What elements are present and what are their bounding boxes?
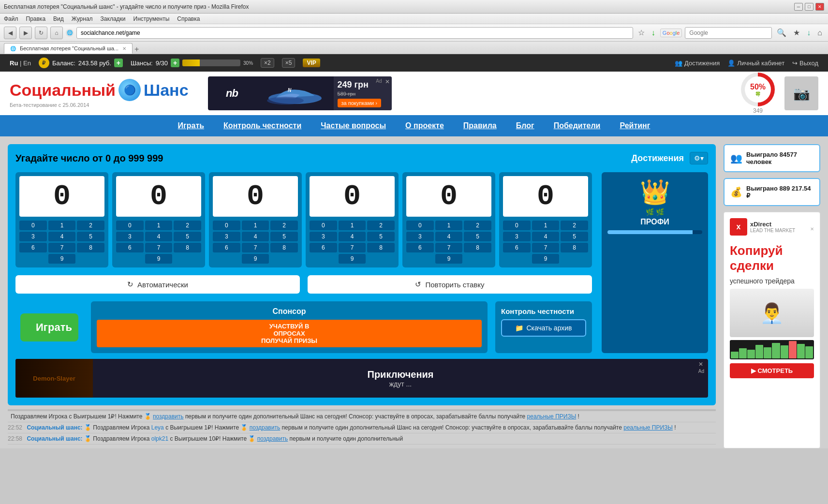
header-ad[interactable]: ✕ nb N 249 грн 589 грн за покупками › Ad [208,76,392,110]
digit-btn-2-5[interactable]: 2 [464,221,491,230]
digit-btn-7-6[interactable]: 7 [532,243,560,252]
digit-btn-0-5[interactable]: 0 [406,221,434,230]
feed-congrat-link-2[interactable]: поздравить [250,424,280,431]
refresh-small-icon[interactable]: ↓ [650,28,657,38]
digit-btn-8-5[interactable]: 8 [464,243,491,252]
digit-btn-3-6[interactable]: 3 [503,232,531,241]
back-button[interactable]: ◀ [4,27,16,39]
cabinet-link[interactable]: 👤 Личный кабинет [727,59,784,67]
digit-btn-4-6[interactable]: 4 [532,232,560,241]
mult5-button[interactable]: ×5 [282,58,296,68]
digit-btn-4-5[interactable]: 4 [435,232,463,241]
nav-winners[interactable]: Победители [554,121,601,130]
add-chances-button[interactable]: + [171,59,179,67]
digit-btn-2-6[interactable]: 2 [561,221,588,230]
header-ad-close-button[interactable]: ✕ [385,78,390,85]
nav-about[interactable]: О проекте [405,121,444,130]
digit-btn-6-4[interactable]: 6 [310,243,337,252]
digit-btn-7-4[interactable]: 7 [339,243,366,252]
feed-prizes-link-1[interactable]: реальные ПРИЗЫ [527,413,577,420]
digit-btn-0-1[interactable]: 0 [19,221,47,230]
vip-button[interactable]: VIP [303,59,320,67]
digit-btn-0-6[interactable]: 0 [503,221,531,230]
digit-btn-6-6[interactable]: 6 [503,243,531,252]
digit-btn-6-2[interactable]: 6 [116,243,144,252]
menu-bookmarks[interactable]: Закладки [101,15,126,22]
digit-btn-7-5[interactable]: 7 [435,243,463,252]
maximize-button[interactable]: □ [805,3,813,11]
digit-btn-1-4[interactable]: 1 [339,221,366,230]
bookmark-list-icon[interactable]: ★ [791,27,802,38]
new-tab-button[interactable]: + [134,45,139,54]
digit-btn-9-4[interactable]: 9 [339,254,366,264]
digit-btn-9-6[interactable]: 9 [532,254,560,264]
digit-btn-6-1[interactable]: 6 [19,243,47,252]
digit-btn-8-3[interactable]: 8 [270,243,298,252]
xdirect-watch-button[interactable]: ▶ СМОТРЕТЬ [730,363,814,378]
feed-congrat-link-3[interactable]: поздравить [257,435,288,442]
lang-en[interactable]: En [23,59,31,67]
play-button[interactable]: Играть [20,313,78,341]
digit-btn-5-5[interactable]: 5 [464,232,491,241]
digit-btn-8-4[interactable]: 8 [367,243,395,252]
menu-view[interactable]: Вид [53,15,64,22]
achievements-link[interactable]: 👥 Достижения [675,59,720,67]
digit-btn-8-1[interactable]: 8 [77,243,104,252]
digit-btn-2-4[interactable]: 2 [367,221,395,230]
nb-cta-button[interactable]: за покупками › [338,99,381,107]
feed-site-3[interactable]: Социальный шанс: [27,435,84,442]
digit-btn-0-4[interactable]: 0 [310,221,337,230]
digit-btn-5-1[interactable]: 5 [77,232,104,241]
digit-btn-0-2[interactable]: 0 [116,221,144,230]
forward-button[interactable]: ▶ [19,27,32,39]
digit-btn-1-3[interactable]: 1 [242,221,269,230]
auto-button[interactable]: ↻ Автоматически [15,275,300,294]
digit-btn-3-3[interactable]: 3 [213,232,240,241]
digit-btn-2-1[interactable]: 2 [77,221,104,230]
tab-close-button[interactable]: ✕ [122,46,126,51]
digit-btn-6-5[interactable]: 6 [406,243,434,252]
add-balance-button[interactable]: + [114,59,123,67]
digit-btn-7-1[interactable]: 7 [48,243,76,252]
bottom-ad-close-button[interactable]: ✕Ad [698,361,704,374]
active-tab[interactable]: 🌐 Бесплатная лотерея "Социальный ша... ✕ [4,43,133,54]
digit-btn-7-3[interactable]: 7 [242,243,269,252]
search-go-icon[interactable]: 🔍 [775,27,788,38]
digit-btn-5-3[interactable]: 5 [270,232,298,241]
home-button[interactable]: ⌂ [50,27,63,39]
digit-btn-4-4[interactable]: 4 [339,232,366,241]
bookmark-star-icon[interactable]: ☆ [636,27,647,38]
feed-link-1[interactable]: поздравить [153,413,183,420]
menu-edit[interactable]: Правка [26,15,46,22]
digit-btn-6-3[interactable]: 6 [213,243,240,252]
menu-file[interactable]: Файл [4,15,18,22]
digit-btn-7-2[interactable]: 7 [145,243,173,252]
nav-fairness[interactable]: Контроль честности [223,121,301,130]
digit-btn-2-3[interactable]: 2 [270,221,298,230]
nav-play[interactable]: Играть [178,121,205,130]
digit-btn-3-5[interactable]: 3 [406,232,434,241]
refresh-button[interactable]: ↻ [35,27,47,39]
digit-btn-9-3[interactable]: 9 [242,254,269,264]
digit-btn-9-5[interactable]: 9 [435,254,463,264]
digit-btn-1-1[interactable]: 1 [48,221,76,230]
sidebar-ad-close-button[interactable]: ✕ [810,226,814,232]
digit-btn-5-4[interactable]: 5 [367,232,395,241]
avatar[interactable]: 📷 [784,76,818,110]
digit-btn-5-6[interactable]: 5 [561,232,588,241]
feed-prizes-link-2[interactable]: реальные ПРИЗЫ [623,424,673,431]
digit-btn-3-1[interactable]: 3 [19,232,47,241]
search-input[interactable] [685,27,772,39]
download-icon[interactable]: ↓ [805,28,813,38]
address-bar[interactable] [76,27,633,39]
home-nav-icon[interactable]: ⌂ [815,28,824,38]
nav-faq[interactable]: Частые вопросы [321,121,386,130]
nav-blog[interactable]: Блог [516,121,534,130]
digit-btn-2-2[interactable]: 2 [174,221,201,230]
sponsor-cta-button[interactable]: УЧАСТВУЙ В ОПРОСАХ ПОЛУЧАЙ ПРИЗЫ [97,320,482,347]
mult2-button[interactable]: ×2 [261,58,274,68]
digit-btn-1-5[interactable]: 1 [435,221,463,230]
digit-btn-3-2[interactable]: 3 [116,232,144,241]
download-archive-button[interactable]: 📁 Скачать архив [501,319,586,337]
lang-ru[interactable]: Ru [10,59,18,67]
